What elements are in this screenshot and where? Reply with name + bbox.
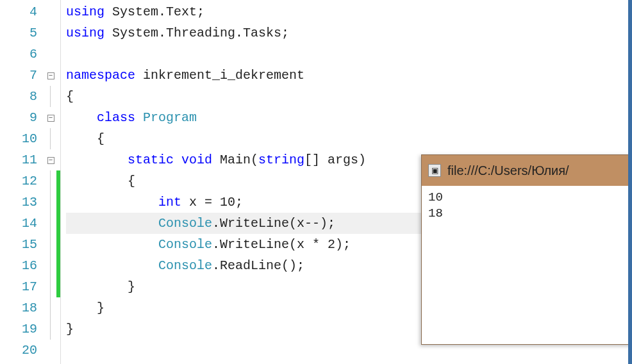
fold-cell xyxy=(45,192,56,213)
token-pln: } xyxy=(66,301,104,315)
token-pln: } xyxy=(66,322,74,336)
token-pln xyxy=(66,195,158,210)
line-number: 4 xyxy=(0,1,45,22)
console-output: 1018 xyxy=(422,186,631,344)
fold-cell xyxy=(45,255,56,276)
token-pln xyxy=(66,237,158,252)
line-number: 6 xyxy=(0,44,45,65)
token-kw: static xyxy=(128,153,174,167)
token-pln: . xyxy=(158,4,166,19)
line-number: 5 xyxy=(0,22,45,44)
token-kw: class xyxy=(97,110,135,125)
code-line[interactable]: class Program xyxy=(66,107,632,128)
line-number: 8 xyxy=(0,86,45,107)
token-pln: inkrement_i_dekrement xyxy=(135,68,304,83)
line-number-gutter: 4567891011121314151617181920 xyxy=(0,0,45,364)
token-kw: using xyxy=(66,4,104,19)
token-pln: . xyxy=(158,26,166,40)
code-line[interactable] xyxy=(66,44,632,65)
console-app-icon: ▣ xyxy=(428,164,441,177)
token-pln: x = 10; xyxy=(181,195,243,210)
fold-cell[interactable]: − xyxy=(45,107,56,128)
token-pln: .WriteLine(x * 2); xyxy=(212,237,351,252)
fold-cell xyxy=(45,213,56,234)
token-pln xyxy=(66,216,158,231)
token-pln: .ReadLine(); xyxy=(212,258,304,273)
token-pln: } xyxy=(66,279,135,294)
console-output-line: 18 xyxy=(428,206,625,222)
console-window[interactable]: ▣ file:///C:/Users/Юлия/ 1018 xyxy=(421,154,632,345)
token-pln: ; xyxy=(197,4,204,19)
token-pln: . xyxy=(235,26,243,40)
token-pln: Text xyxy=(166,4,197,19)
token-pln: System xyxy=(104,26,158,40)
line-number: 16 xyxy=(0,255,45,276)
fold-cell xyxy=(45,340,56,361)
console-titlebar[interactable]: ▣ file:///C:/Users/Юлия/ xyxy=(422,155,631,186)
token-kw: using xyxy=(66,26,104,40)
line-number: 18 xyxy=(0,297,45,318)
fold-cell xyxy=(45,86,56,107)
token-pln: Main( xyxy=(212,153,258,167)
token-pln: [] args) xyxy=(304,153,366,167)
line-number: 20 xyxy=(0,340,45,361)
code-line[interactable]: using System.Threading.Tasks; xyxy=(66,22,632,44)
console-output-line: 10 xyxy=(428,190,625,206)
fold-cell xyxy=(45,276,56,297)
token-kw: string xyxy=(258,153,304,167)
token-pln xyxy=(174,153,181,167)
fold-cell xyxy=(45,128,56,149)
code-line[interactable]: namespace inkrement_i_dekrement xyxy=(66,65,632,86)
line-number: 15 xyxy=(0,234,45,255)
window-border xyxy=(628,0,632,364)
token-pln xyxy=(135,110,143,125)
line-number: 10 xyxy=(0,128,45,149)
token-kw: int xyxy=(158,195,181,210)
token-pln xyxy=(66,258,158,273)
token-pln: ; xyxy=(281,26,289,40)
line-number: 9 xyxy=(0,107,45,128)
token-pln: { xyxy=(66,89,74,104)
fold-toggle-icon[interactable]: − xyxy=(47,157,54,164)
fold-toggle-icon[interactable]: − xyxy=(47,115,54,122)
line-number: 12 xyxy=(0,170,45,192)
token-pln xyxy=(66,110,97,125)
console-title: file:///C:/Users/Юлия/ xyxy=(447,163,569,178)
line-number: 14 xyxy=(0,213,45,234)
line-number: 17 xyxy=(0,276,45,297)
fold-cell xyxy=(45,170,56,192)
fold-cell xyxy=(45,318,56,340)
token-pln: Tasks xyxy=(243,26,281,40)
token-pln xyxy=(66,153,128,167)
token-pln: Threading xyxy=(166,26,235,40)
token-cls: Program xyxy=(143,110,197,125)
code-line[interactable]: { xyxy=(66,128,632,149)
code-line[interactable]: { xyxy=(66,86,632,107)
fold-cell xyxy=(45,44,56,65)
token-typ: Console xyxy=(158,216,212,231)
token-pln: { xyxy=(66,131,104,146)
code-line[interactable]: using System.Text; xyxy=(66,1,632,22)
fold-toggle-icon[interactable]: − xyxy=(47,72,54,79)
line-number: 13 xyxy=(0,192,45,213)
token-typ: Console xyxy=(158,237,212,252)
fold-cell xyxy=(45,1,56,22)
token-pln: { xyxy=(66,174,135,188)
fold-cell xyxy=(45,22,56,44)
fold-cell xyxy=(45,234,56,255)
token-pln: .WriteLine(x--); xyxy=(212,216,335,231)
line-number: 19 xyxy=(0,318,45,340)
token-pln: System xyxy=(104,4,158,19)
fold-column[interactable]: −−− xyxy=(45,0,56,364)
fold-cell[interactable]: − xyxy=(45,149,56,170)
line-number: 11 xyxy=(0,149,45,170)
token-kw: namespace xyxy=(66,68,135,83)
fold-cell[interactable]: − xyxy=(45,65,56,86)
fold-cell xyxy=(45,297,56,318)
token-typ: Console xyxy=(158,258,212,273)
token-kw: void xyxy=(181,153,212,167)
line-number: 7 xyxy=(0,65,45,86)
